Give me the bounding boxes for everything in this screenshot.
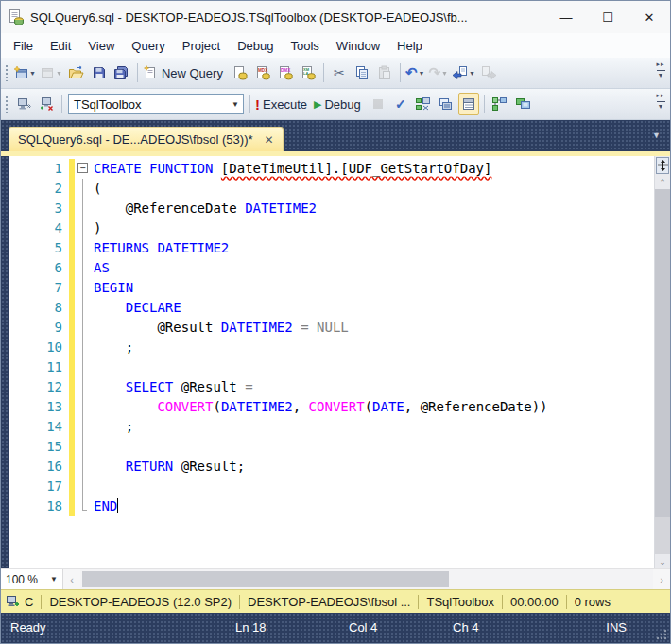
code-line[interactable]: 14 ; [9,417,654,437]
mdx-query-button[interactable]: MDX [252,61,273,84]
code-line[interactable]: 7BEGIN [9,278,654,298]
parse-button[interactable]: ✓ [390,93,411,115]
code-line[interactable]: 5RETURNS DATETIME2 [9,238,654,258]
title-bar[interactable]: SQLQuery6.sql - DESKTOP-EADEOJS.TSqlTool… [1,1,670,33]
toolbar-overflow-button[interactable]: ▸▸ ▼ [654,61,667,78]
menu-query[interactable]: Query [123,35,173,57]
execute-label: Execute [263,97,307,112]
code-line[interactable]: 1−CREATE FUNCTION [DateTimeUtil].[UDF_Ge… [9,159,654,179]
code-line[interactable]: 9 @Result DATETIME2 = NULL [9,318,654,338]
outline-margin[interactable]: − [75,159,91,179]
fold-connector-line [82,357,83,377]
vertical-scroll-thumb[interactable] [655,189,670,517]
chevron-down-icon: ▼ [658,103,664,110]
line-number: 2 [9,179,69,199]
undo-button[interactable]: ↶ ▼ [405,61,427,84]
resize-grip-icon[interactable] [655,628,667,640]
fold-collapse-icon[interactable]: − [77,163,88,173]
maximize-button[interactable]: ☐ [587,1,628,33]
code-line[interactable]: 16 RETURN @Result; [9,457,654,477]
toolbar-overflow-button[interactable]: ▸▸ ▼ [654,92,667,110]
dmx-query-button[interactable]: DMX [275,61,296,84]
redo-button-disabled[interactable]: ↷ ▼ [428,61,450,84]
menu-edit[interactable]: Edit [42,35,79,57]
copy-icon [354,65,370,80]
copy-button[interactable] [352,61,372,84]
connection-state-text: C [25,595,33,609]
connection-bar-item: TSqlToolbox [426,595,494,609]
code-line[interactable]: 12 SELECT @Result = [9,377,654,397]
chevron-down-icon: ▼ [658,72,664,78]
code-text: @Result DATETIME2 = NULL [91,318,349,338]
code-line[interactable]: 2( [9,179,654,199]
results-pane-toggle-button[interactable] [458,93,479,115]
code-line[interactable]: 18END [9,496,654,516]
save-all-icon [113,65,129,80]
outline-margin [75,199,91,218]
horizontal-scroll-track[interactable] [80,569,653,589]
toolbar-grip[interactable] [5,96,9,113]
toolbar-grip[interactable] [5,64,9,81]
editor-left-edge [1,156,9,568]
navigate-forward-button-disabled[interactable] [479,61,500,84]
code-line[interactable]: 13 CONVERT(DATETIME2, CONVERT(DATE, @Ref… [9,397,654,417]
scroll-right-icon[interactable]: › [653,574,670,585]
new-item-button[interactable]: ▼ [13,61,38,84]
save-all-button[interactable] [112,61,132,84]
document-tab-strip: SQLQuery6.sql - DE...ADEOJS\fbsol (53))*… [1,120,670,151]
close-button[interactable]: ✕ [628,1,670,33]
debug-button[interactable]: ▶ Debug [314,93,366,115]
navigate-backward-icon [452,65,468,80]
cut-button[interactable]: ✂ [329,61,350,84]
client-statistics-button[interactable] [512,93,533,115]
change-connection-button[interactable] [36,93,57,115]
code-line[interactable]: 10 ; [9,338,654,357]
execute-button[interactable]: ! Execute [255,93,312,115]
available-databases-combo[interactable]: TSqlToolbox ▼ [68,94,244,114]
xmla-query-button[interactable]: XM LA [298,61,318,84]
stop-button-disabled[interactable] [368,93,388,115]
menu-debug[interactable]: Debug [229,35,282,57]
template-parameters-button[interactable] [413,93,434,115]
scroll-left-icon[interactable]: ‹ [63,574,80,585]
debug-play-icon: ▶ [314,98,321,111]
scroll-up-icon[interactable]: ⌃ [655,175,670,189]
vertical-scroll-track[interactable] [655,189,670,554]
vertical-scrollbar[interactable]: ⌃ ⌄ [654,156,670,568]
tab-close-icon[interactable]: ✕ [265,133,274,147]
zoom-level-select[interactable]: 100 % ▼ [1,569,63,589]
database-engine-query-button[interactable] [230,61,250,84]
toolbar-separator [484,95,485,113]
code-line[interactable]: 4) [9,218,654,238]
tab-sqlquery6[interactable]: SQLQuery6.sql - DE...ADEOJS\fbsol (53))*… [9,127,284,151]
code-line[interactable]: 11 [9,357,654,377]
parse-check-icon: ✓ [395,96,406,112]
document-list-dropdown-icon[interactable]: ▼ [652,131,661,140]
code-line[interactable]: 6AS [9,258,654,278]
query-plan-button[interactable] [490,93,510,115]
code-pane[interactable]: 1−CREATE FUNCTION [DateTimeUtil].[UDF_Ge… [9,156,654,568]
code-line[interactable]: 17 [9,477,654,496]
horizontal-scroll-thumb[interactable] [82,571,449,587]
menu-tools[interactable]: Tools [283,35,328,57]
menu-window[interactable]: Window [328,35,388,57]
connect-button[interactable] [13,93,34,115]
intellisense-button[interactable] [436,93,456,115]
save-button[interactable] [89,61,110,84]
navigate-backward-button[interactable]: ▼ [452,61,477,84]
code-line[interactable]: 15 [9,437,654,457]
menu-file[interactable]: File [5,35,42,57]
new-query-button[interactable]: New Query [143,61,228,84]
menu-view[interactable]: View [79,35,123,57]
menu-help[interactable]: Help [388,35,431,57]
code-line[interactable]: 8 DECLARE [9,298,654,318]
scroll-down-icon[interactable]: ⌄ [655,554,670,568]
paste-button-disabled[interactable] [374,61,395,84]
outline-margin [75,258,91,278]
open-file-button[interactable] [66,61,87,84]
minimize-button[interactable]: — [545,1,587,33]
add-item-button-disabled[interactable]: ▼ [40,61,64,84]
code-line[interactable]: 3 @ReferenceDate DATETIME2 [9,199,654,218]
splitter-button[interactable] [656,157,669,174]
menu-project[interactable]: Project [174,35,229,57]
